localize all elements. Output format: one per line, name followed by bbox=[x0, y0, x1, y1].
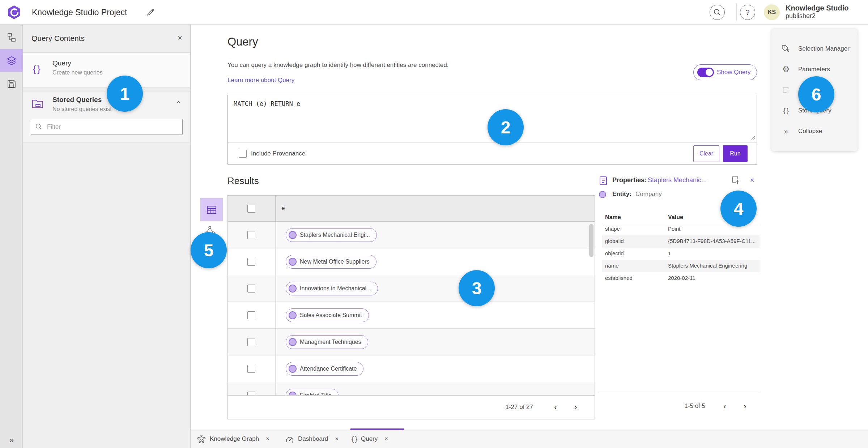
add-to-selection-icon[interactable] bbox=[731, 175, 740, 186]
show-query-label: Show Query bbox=[717, 69, 751, 76]
query-item-subtitle: Create new queries bbox=[52, 69, 103, 76]
entity-dot-icon bbox=[289, 365, 297, 373]
close-properties-icon[interactable]: × bbox=[750, 176, 754, 184]
expand-rail-button[interactable]: » bbox=[0, 436, 23, 445]
callout-1: 1 bbox=[107, 76, 143, 112]
entity-dot-icon bbox=[289, 258, 297, 266]
gear-icon: ⚙ bbox=[781, 65, 791, 73]
row-checkbox[interactable] bbox=[247, 285, 255, 293]
user-avatar[interactable]: KS bbox=[764, 4, 780, 20]
learn-more-link[interactable]: Learn more about Query bbox=[227, 77, 294, 84]
property-row: objectid 1 bbox=[602, 248, 760, 260]
query-description: You can query a knowledge graph to ident… bbox=[227, 61, 448, 69]
column-header-e: e bbox=[281, 205, 285, 212]
results-table-header: e bbox=[228, 196, 595, 222]
results-page-range: 1-27 of 27 bbox=[505, 404, 533, 411]
show-query-toggle[interactable]: Show Query bbox=[693, 64, 757, 80]
close-tab-icon[interactable]: × bbox=[266, 435, 269, 443]
entity-chip[interactable]: Sales Associate Summit bbox=[286, 308, 369, 322]
entity-label: Entity: bbox=[612, 191, 631, 198]
app-logo-icon bbox=[7, 5, 22, 20]
resize-handle[interactable] bbox=[750, 135, 755, 141]
results-next-page-button[interactable]: › bbox=[570, 402, 582, 413]
col-name-header: Name bbox=[605, 214, 621, 221]
menu-item-collapse[interactable]: » Collapse bbox=[771, 121, 858, 141]
edit-title-icon[interactable] bbox=[145, 7, 156, 17]
table-row: Innovations in Mechanical... bbox=[228, 275, 595, 302]
select-all-checkbox[interactable] bbox=[247, 205, 255, 213]
row-checkbox[interactable] bbox=[247, 311, 255, 319]
properties-entity-link[interactable]: Staplers Mechanic... bbox=[648, 176, 707, 184]
knowledge-studio-app: Knowledge Studio Project ? KS Knowledge … bbox=[0, 0, 868, 448]
tab-dashboard[interactable]: Dashboard × bbox=[285, 429, 339, 448]
toggle-switch-on bbox=[697, 68, 714, 77]
collapse-section-icon[interactable]: ⌃ bbox=[175, 99, 182, 108]
results-scrollbar[interactable] bbox=[589, 224, 593, 257]
row-checkbox[interactable] bbox=[247, 338, 255, 346]
property-row: name Staplers Mechanical Engineering bbox=[602, 260, 760, 272]
clear-button[interactable]: Clear bbox=[693, 145, 719, 162]
row-checkbox[interactable] bbox=[247, 392, 255, 396]
sidebar-item-stored-queries[interactable]: Stored Queries No stored queries exist ⌃ bbox=[23, 91, 190, 142]
entity-type-value: Company bbox=[635, 191, 662, 198]
row-checkbox[interactable] bbox=[247, 231, 255, 239]
include-provenance-checkbox[interactable] bbox=[239, 150, 247, 158]
entity-chip[interactable]: Firebird Title bbox=[286, 389, 339, 396]
properties-next-page-button[interactable]: › bbox=[739, 401, 751, 412]
entity-dot-icon bbox=[289, 311, 297, 319]
callout-4: 4 bbox=[720, 191, 757, 227]
sidebar-item-query[interactable]: { } Query Create new queries bbox=[23, 53, 190, 88]
entity-chip[interactable]: Staplers Mechanical Engi... bbox=[286, 228, 377, 242]
tab-query-active[interactable]: { } Query × bbox=[352, 429, 388, 448]
include-provenance-control: Include Provenance bbox=[239, 150, 305, 158]
close-tab-icon[interactable]: × bbox=[335, 435, 339, 443]
layers-icon bbox=[6, 55, 17, 66]
entity-chip[interactable]: Attendance Certificate bbox=[286, 362, 363, 376]
table-view-button[interactable] bbox=[200, 198, 223, 221]
filter-field-wrap bbox=[31, 119, 183, 135]
properties-prev-page-button[interactable]: ‹ bbox=[719, 401, 731, 412]
stored-queries-title: Stored Queries bbox=[52, 96, 102, 104]
panel-title: Query Contents bbox=[31, 34, 85, 43]
layers-rail-button[interactable] bbox=[0, 49, 23, 72]
properties-icon bbox=[599, 176, 609, 187]
include-provenance-label: Include Provenance bbox=[251, 150, 305, 157]
expand-chevrons-icon: » bbox=[9, 436, 13, 445]
close-tab-icon[interactable]: × bbox=[384, 435, 388, 443]
help-button[interactable]: ? bbox=[740, 5, 755, 20]
table-row: Attendance Certificate bbox=[228, 355, 595, 382]
row-checkbox[interactable] bbox=[247, 365, 255, 373]
save-rail-button[interactable] bbox=[0, 72, 23, 95]
row-checkbox[interactable] bbox=[247, 258, 255, 266]
callout-6: 6 bbox=[798, 76, 834, 112]
table-row: Firebird Title bbox=[228, 382, 595, 396]
stored-queries-folder-icon bbox=[31, 98, 44, 111]
menu-item-selection-manager[interactable]: Selection Manager bbox=[771, 38, 858, 59]
app-header: Knowledge Studio Project ? KS Knowledge … bbox=[0, 0, 868, 25]
user-role: publisher2 bbox=[786, 12, 848, 20]
close-panel-icon[interactable]: × bbox=[178, 33, 182, 43]
query-contents-panel: Query Contents × { } Query Create new qu… bbox=[23, 25, 191, 448]
entity-chip[interactable]: New Metal Office Suppliers bbox=[286, 255, 376, 269]
data-model-rail-button[interactable] bbox=[0, 26, 23, 49]
properties-header: Properties: Staplers Mechanic... × bbox=[599, 176, 760, 187]
filter-input[interactable] bbox=[31, 119, 183, 135]
properties-page-range: 1-5 of 5 bbox=[684, 402, 705, 410]
save-icon bbox=[7, 79, 16, 89]
search-button[interactable] bbox=[710, 5, 725, 20]
run-button[interactable]: Run bbox=[723, 145, 748, 162]
table-row: Managment Techniques bbox=[228, 329, 595, 355]
results-table: e Staplers Mechanical Engi... New Metal … bbox=[227, 195, 595, 396]
help-icon: ? bbox=[745, 8, 749, 17]
results-pagination: 1-27 of 27 ‹ › bbox=[227, 396, 595, 419]
callout-2: 2 bbox=[488, 109, 524, 145]
entity-chip[interactable]: Managment Techniques bbox=[286, 335, 368, 349]
results-prev-page-button[interactable]: ‹ bbox=[550, 402, 561, 413]
page-title: Query bbox=[227, 35, 258, 48]
tab-knowledge-graph[interactable]: Knowledge Graph × bbox=[197, 429, 269, 448]
user-menu[interactable]: Knowledge Studio publisher2 bbox=[786, 4, 848, 20]
entity-dot-icon bbox=[289, 392, 297, 396]
avatar-initials: KS bbox=[768, 9, 776, 16]
entity-chip[interactable]: Innovations in Mechanical... bbox=[286, 282, 378, 295]
table-row: Staplers Mechanical Engi... bbox=[228, 222, 595, 248]
